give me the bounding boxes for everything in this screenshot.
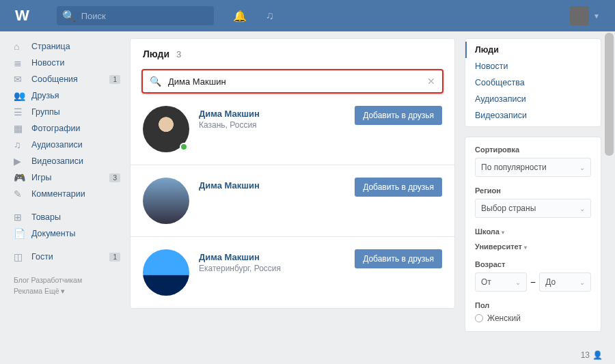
sidebar-item-Игры[interactable]: 🎮Игры3 — [14, 169, 120, 186]
sex-label: Пол — [475, 301, 591, 309]
age-from-value: От — [481, 277, 491, 287]
chevron-down-icon: ⌄ — [579, 164, 585, 171]
right-sidebar: ЛюдиНовостиСообществаАудиозаписиВидеозап… — [465, 38, 601, 332]
notifications-icon[interactable]: 🔔 — [233, 10, 247, 23]
sex-female-label: Женский — [487, 313, 521, 323]
add-friend-button[interactable]: Добавить в друзья — [355, 178, 442, 197]
sidebar-item-Документы[interactable]: 📄Документы — [14, 225, 120, 242]
result-row: Дима МакшинКазань, РоссияДобавить в друз… — [131, 94, 454, 165]
person-icon: 👤 — [592, 350, 603, 360]
sidebar-item-Аудиозаписи[interactable]: ♫Аудиозаписи — [14, 137, 120, 153]
nav-icon: ♫ — [14, 139, 31, 150]
nav-badge: 1 — [109, 75, 120, 84]
header-search[interactable]: 🔍 — [57, 6, 214, 25]
result-row: Дима МакшинДобавить в друзья — [131, 165, 454, 237]
nav-icon: ▦ — [14, 123, 31, 134]
caret-icon: ▾ — [524, 244, 527, 251]
search-icon: 🔍 — [62, 10, 76, 23]
people-search-input[interactable] — [167, 76, 427, 87]
scrollbar[interactable] — [605, 33, 614, 156]
main-column: Люди 3 🔍 ✕ Дима МакшинКазань, РоссияДоба… — [130, 38, 455, 332]
result-name[interactable]: Дима Макшин — [199, 109, 355, 119]
tab-Видеозаписи[interactable]: Видеозаписи — [465, 107, 601, 124]
chevron-down-icon: ⌄ — [579, 205, 585, 212]
nav-label: Друзья — [31, 91, 59, 100]
tab-Люди[interactable]: Люди — [465, 42, 601, 58]
clear-icon[interactable]: ✕ — [427, 76, 435, 87]
online-count[interactable]: 13 👤 — [581, 350, 603, 360]
people-search[interactable]: 🔍 ✕ — [141, 69, 443, 94]
add-friend-button[interactable]: Добавить в друзья — [355, 249, 442, 268]
tab-Сообщества[interactable]: Сообщества — [465, 74, 601, 91]
nav-label: Группы — [31, 107, 60, 117]
footer-line[interactable]: Блог Разработчикам — [14, 275, 120, 285]
nav-label: Товары — [31, 212, 61, 222]
filters-card: Сортировка По популярности⌄ Регион Выбор… — [465, 137, 601, 332]
sidebar-item-Друзья[interactable]: 👥Друзья — [14, 87, 120, 104]
nav-icon: ◫ — [14, 251, 31, 262]
add-friend-button[interactable]: Добавить в друзья — [355, 106, 442, 125]
nav-label: Документы — [31, 229, 75, 238]
age-to-select[interactable]: До⌄ — [539, 272, 591, 292]
tab-Аудиозаписи[interactable]: Аудиозаписи — [465, 91, 601, 107]
result-avatar[interactable] — [143, 106, 189, 152]
school-label[interactable]: Школа▾ — [475, 227, 591, 236]
result-name[interactable]: Дима Макшин — [199, 180, 355, 191]
sidebar-item-Товары[interactable]: ⊞Товары — [14, 209, 120, 225]
people-card: Люди 3 🔍 ✕ Дима МакшинКазань, РоссияДоба… — [130, 38, 455, 309]
nav-icon: 👥 — [14, 90, 31, 101]
sidebar-item-Видеозаписи[interactable]: ▶Видеозаписи — [14, 153, 120, 169]
age-label: Возраст — [475, 260, 591, 268]
nav-badge: 3 — [109, 173, 120, 182]
chevron-down-icon[interactable]: ▼ — [593, 12, 600, 20]
left-sidebar: ⌂Страница≣Новости✉Сообщения1👥Друзья☰Груп… — [14, 38, 130, 332]
vk-logo[interactable]: W — [15, 7, 29, 25]
sidebar-item-Сообщения[interactable]: ✉Сообщения1 — [14, 71, 120, 87]
sex-female-radio[interactable]: Женский — [475, 313, 591, 323]
sidebar-item-Комментарии[interactable]: ✎Комментарии — [14, 186, 120, 202]
music-icon[interactable]: ♫ — [266, 10, 274, 22]
search-tabs: ЛюдиНовостиСообществаАудиозаписиВидеозап… — [465, 38, 601, 127]
result-avatar[interactable] — [143, 178, 189, 224]
nav-label: Страница — [31, 42, 70, 51]
footer-links: Блог Разработчикам Реклама Ещё ▾ — [14, 275, 120, 296]
header-search-input[interactable] — [80, 10, 208, 22]
sidebar-item-Группы[interactable]: ☰Группы — [14, 104, 120, 120]
result-name[interactable]: Дима Макшин — [199, 252, 355, 262]
nav-icon: ⌂ — [14, 41, 31, 52]
age-to-value: До — [545, 277, 556, 287]
nav-label: Гости — [31, 252, 53, 262]
caret-icon: ▾ — [502, 229, 504, 236]
nav-label: Игры — [31, 173, 51, 182]
dash: – — [531, 277, 536, 287]
user-avatar[interactable] — [570, 6, 589, 25]
nav-badge: 1 — [109, 253, 120, 262]
result-row: Дима МакшинЕкатеринбург, РоссияДобавить … — [131, 237, 454, 308]
sidebar-item-Новости[interactable]: ≣Новости — [14, 55, 120, 71]
nav-icon: 📄 — [14, 228, 31, 239]
sidebar-item-Страница[interactable]: ⌂Страница — [14, 38, 120, 55]
age-from-select[interactable]: От⌄ — [475, 272, 527, 292]
search-icon: 🔍 — [150, 76, 161, 87]
page-title: Люди — [143, 48, 169, 59]
sort-select[interactable]: По популярности⌄ — [475, 158, 591, 177]
university-label[interactable]: Университет▾ — [475, 242, 591, 251]
sidebar-item-Фотографии[interactable]: ▦Фотографии — [14, 120, 120, 137]
result-location: Казань, Россия — [199, 120, 355, 130]
online-count-value: 13 — [581, 350, 590, 360]
nav-label: Аудиозаписи — [31, 140, 83, 150]
nav-icon: ☰ — [14, 107, 31, 117]
nav-icon: ⊞ — [14, 212, 31, 223]
tab-Новости[interactable]: Новости — [465, 58, 601, 74]
sidebar-item-Гости[interactable]: ◫Гости1 — [14, 249, 120, 265]
result-avatar[interactable] — [143, 249, 189, 296]
region-select[interactable]: Выбор страны⌄ — [475, 199, 591, 218]
footer-line[interactable]: Реклама Ещё ▾ — [14, 285, 120, 296]
chevron-down-icon: ⌄ — [579, 279, 585, 286]
nav-label: Сообщения — [31, 74, 78, 84]
nav-label: Комментарии — [31, 189, 85, 199]
nav-icon: ▶ — [14, 156, 31, 167]
nav-icon: 🎮 — [14, 172, 31, 183]
nav-icon: ✎ — [14, 188, 31, 199]
nav-label: Фотографии — [31, 124, 80, 133]
